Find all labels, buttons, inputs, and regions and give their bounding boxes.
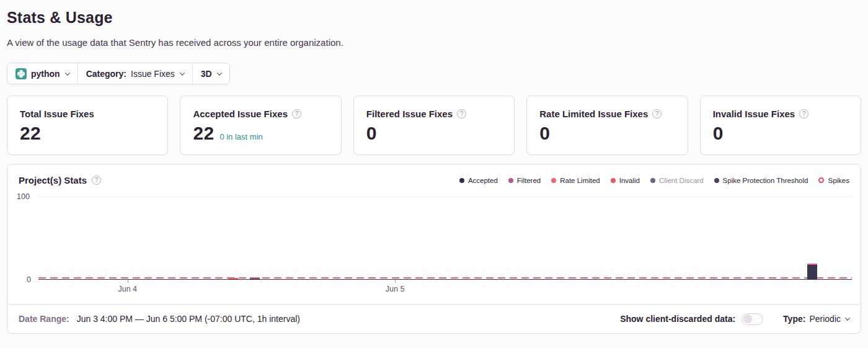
stat-card-value: 0	[366, 123, 377, 144]
page-subtitle: A view of the usage data that Sentry has…	[7, 37, 861, 48]
stat-card-header: Filtered Issue Fixes?	[366, 109, 502, 119]
stat-card: Accepted Issue Fixes?220 in last min	[180, 96, 341, 155]
gridline-100	[38, 197, 852, 197]
legend-dot-icon	[714, 178, 719, 183]
x-axis-tick	[128, 280, 128, 283]
chevron-down-icon	[216, 70, 221, 75]
stat-card-value: 22	[193, 123, 214, 144]
legend-label: Accepted	[468, 177, 498, 184]
chevron-down-icon	[845, 315, 850, 320]
stats-usage-page: Stats & Usage A view of the usage data t…	[0, 0, 868, 334]
category-filter-label: Category:	[86, 69, 126, 79]
chart-footer: Date Range: Jun 3 4:00 PM — Jun 6 5:00 P…	[7, 304, 861, 333]
chart-legend: AcceptedFilteredRate LimitedInvalidClien…	[459, 177, 849, 184]
y-axis-label-0: 0	[27, 275, 31, 284]
chevron-down-icon	[64, 70, 69, 75]
stat-card-label: Total Issue Fixes	[20, 109, 94, 119]
help-icon[interactable]: ?	[292, 109, 301, 118]
legend-dot-icon	[459, 178, 464, 183]
type-label: Type:	[783, 314, 805, 324]
stat-card-value-row: 0	[713, 123, 848, 144]
type-value: Periodic	[809, 314, 841, 324]
date-range-value: Jun 3 4:00 PM — Jun 6 5:00 PM (-07:00 UT…	[77, 314, 300, 324]
legend-label: Client Discard	[659, 177, 704, 184]
legend-item[interactable]: Invalid	[611, 177, 640, 184]
legend-label: Spikes	[828, 177, 849, 184]
period-filter-value: 3D	[201, 69, 212, 79]
python-icon	[16, 68, 27, 79]
stat-card-value: 0	[539, 123, 550, 144]
project-filter-value: python	[31, 69, 60, 79]
page-title: Stats & Usage	[7, 9, 861, 27]
stat-card-value-row: 0	[366, 123, 502, 144]
stat-card: Filtered Issue Fixes?0	[353, 96, 515, 155]
stat-card-label: Filtered Issue Fixes	[366, 109, 453, 119]
x-axis-tick-label: Jun 4	[118, 285, 137, 293]
stat-card-value-row: 220 in last min	[193, 123, 328, 144]
help-icon[interactable]: ?	[652, 109, 662, 118]
chart-bar	[807, 264, 817, 279]
client-discarded-toggle[interactable]	[742, 313, 763, 325]
stat-card-header: Invalid Issue Fixes?	[713, 109, 848, 119]
category-filter-dropdown[interactable]: Category: Issue Fixes	[78, 63, 192, 84]
x-axis: Jun 4Jun 5	[38, 280, 852, 297]
filter-bar: python Category: Issue Fixes 3D	[7, 63, 230, 84]
stat-card-value: 0	[713, 123, 724, 144]
chart-title: Project(s) Stats	[19, 175, 87, 185]
date-range-label: Date Range:	[19, 314, 69, 324]
stat-card-label: Rate Limited Issue Fixes	[539, 109, 648, 119]
chevron-down-icon	[180, 70, 185, 75]
legend-item[interactable]: Client Discard	[650, 177, 704, 184]
legend-label: Invalid	[619, 177, 640, 184]
stat-card: Rate Limited Issue Fixes?0	[526, 96, 688, 155]
legend-item[interactable]: Filtered	[508, 177, 541, 184]
stat-card-header: Rate Limited Issue Fixes?	[539, 109, 675, 119]
legend-item[interactable]: Spike Protection Threshold	[714, 177, 808, 184]
legend-dot-icon	[650, 178, 655, 183]
legend-label: Rate Limited	[560, 177, 600, 184]
help-icon[interactable]: ?	[457, 109, 466, 118]
stat-card-header: Accepted Issue Fixes?	[193, 109, 328, 119]
stat-card: Invalid Issue Fixes?0	[700, 96, 861, 155]
category-filter-value: Issue Fixes	[131, 69, 175, 79]
legend-label: Spike Protection Threshold	[723, 177, 808, 184]
stat-cards-row: Total Issue Fixes22Accepted Issue Fixes?…	[7, 96, 861, 155]
stat-card-header: Total Issue Fixes	[20, 109, 155, 119]
legend-item[interactable]: Rate Limited	[551, 177, 600, 184]
legend-label: Filtered	[517, 177, 541, 184]
client-discarded-toggle-label: Show client-discarded data:	[620, 314, 735, 324]
type-dropdown[interactable]: Type: Periodic	[783, 314, 849, 324]
legend-dot-icon	[551, 178, 556, 183]
chart-plot: 100 0	[38, 197, 852, 280]
spike-protection-threshold-line	[38, 277, 852, 279]
chart-plot-area: 100 0 Jun 4Jun 5	[38, 197, 852, 297]
stat-card-value-row: 22	[20, 123, 155, 144]
project-filter-dropdown[interactable]: python	[7, 63, 78, 84]
legend-item[interactable]: Accepted	[459, 177, 498, 184]
period-filter-dropdown[interactable]: 3D	[192, 63, 229, 84]
stat-card-subvalue: 0 in last min	[219, 132, 262, 141]
chart-bar	[250, 277, 260, 279]
stat-card-value: 22	[20, 123, 41, 144]
help-icon[interactable]: ?	[92, 176, 101, 185]
legend-dot-icon	[611, 178, 616, 183]
stat-card: Total Issue Fixes22	[7, 96, 168, 155]
legend-dot-icon	[508, 178, 513, 183]
stat-card-value-row: 0	[539, 123, 675, 144]
legend-item[interactable]: Spikes	[818, 177, 849, 184]
stat-card-label: Invalid Issue Fixes	[713, 109, 795, 119]
y-axis-label-100: 100	[17, 192, 30, 201]
stat-card-label: Accepted Issue Fixes	[193, 109, 288, 119]
toggle-knob	[743, 315, 752, 323]
chart-header: Project(s) Stats ? AcceptedFilteredRate …	[7, 164, 861, 188]
help-icon[interactable]: ?	[799, 109, 808, 118]
legend-ring-icon	[818, 177, 824, 183]
x-axis-tick	[395, 280, 396, 283]
project-stats-panel: Project(s) Stats ? AcceptedFilteredRate …	[7, 164, 861, 334]
chart-bar	[228, 278, 238, 279]
x-axis-tick-label: Jun 5	[386, 285, 405, 293]
